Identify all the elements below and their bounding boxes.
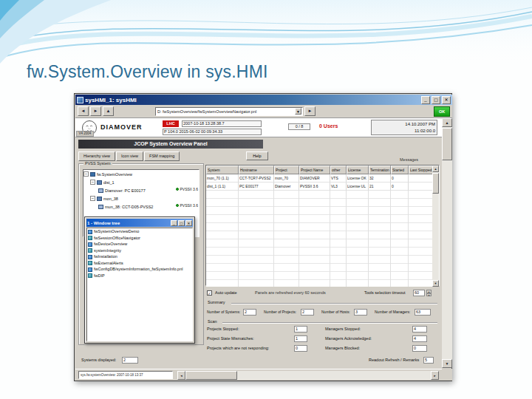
list-item[interactable]: fwInstallation — [87, 253, 192, 260]
list-item[interactable]: fwDeviceOverview — [87, 241, 192, 248]
tab-fsm-mapping[interactable]: FSM mapping — [144, 151, 180, 161]
help-button[interactable]: Help — [246, 151, 268, 160]
timeout-label: Tools selection timeout — [364, 290, 406, 296]
tree-row[interactable]: − dist_1 — [83, 178, 199, 186]
scan-value-field: 4 — [412, 326, 427, 332]
window-tree-title: 1 - Window tree — [87, 221, 170, 225]
scrollbar-thumb[interactable] — [432, 173, 439, 194]
column-header[interactable]: Last Stopped — [409, 166, 434, 174]
go-button[interactable]: ► — [304, 106, 316, 116]
version-tag: V4 2004 — [76, 131, 94, 137]
tree-row[interactable]: mun_38: CCT-D05-PVSS2 PVSSII 3.6 — [83, 202, 199, 211]
lhc-badge: LHC — [163, 120, 179, 127]
table-cell: PVSSII 3.6 — [299, 183, 330, 191]
panel-icon — [88, 236, 92, 240]
tab-icon-view[interactable]: Icon view — [116, 151, 143, 161]
status-info: sys.fw.systemOverview: 2007-10-18 13:37 — [78, 371, 173, 379]
table-row[interactable]: dist_1 (1.1) PC E00177 Diamover PVSSII 3… — [206, 183, 434, 191]
expander-icon[interactable]: − — [90, 180, 95, 185]
popup-maximize-button[interactable]: ▢ — [178, 220, 185, 226]
host-icon — [98, 188, 103, 193]
tree-row[interactable]: − mon_38 — [83, 194, 199, 202]
column-header[interactable]: License — [347, 166, 369, 174]
table-cell: 0 — [391, 174, 409, 183]
list-item[interactable]: fwSystemOverviewDemo — [87, 228, 192, 235]
maximize-button[interactable]: ▢ — [432, 96, 440, 104]
table-scrollbar[interactable]: ▲ ▼ — [432, 166, 439, 287]
table-cell: 0 — [391, 183, 409, 191]
scan-separator — [222, 322, 437, 323]
expander-icon[interactable]: − — [90, 196, 95, 201]
table-empty-area — [206, 191, 434, 287]
panel-icon — [88, 261, 92, 265]
close-button[interactable]: ✕ — [442, 96, 451, 104]
timeout-spinner[interactable]: ▲ ▼ — [426, 290, 432, 296]
window-titlebar[interactable]: sysHMI_1: sysHMI _ ▢ ✕ — [75, 95, 452, 105]
table-cell: VTS — [330, 174, 347, 183]
tree-row[interactable]: − fw.SystemOverview — [83, 170, 199, 178]
column-header[interactable]: Started — [391, 166, 409, 174]
summary-label: Summary — [208, 299, 225, 306]
expander-icon[interactable]: − — [83, 171, 89, 177]
window-tree-titlebar[interactable]: 1 - Window tree _ ▢ ✕ — [86, 219, 193, 227]
list-item-label: fwDeviceOverview — [94, 242, 127, 247]
list-item[interactable]: fwDIP — [87, 273, 192, 279]
readout-refresh-field[interactable]: 5 — [423, 357, 434, 364]
systems-displayed-label: Systems displayed: — [81, 357, 116, 364]
auto-update-checkbox[interactable]: ✓ — [207, 290, 212, 296]
list-item[interactable]: fwExternalAlerts — [87, 260, 192, 267]
scrollbar-thumb[interactable] — [185, 371, 237, 380]
spin-down-icon[interactable]: ▼ — [426, 293, 432, 297]
dropdown-icon[interactable]: ▼ — [295, 108, 301, 115]
summary-hosts-field: 3 — [354, 309, 367, 316]
scroll-down-icon[interactable]: ▼ — [432, 280, 439, 287]
column-header[interactable]: Project — [274, 166, 299, 174]
scrollbar-thumb[interactable] — [442, 128, 452, 160]
host-icon — [98, 205, 103, 209]
window-tree-list: fwSystemOverviewDemo fwSessionOfficeNavi… — [86, 228, 193, 341]
users-count: 0 Users — [319, 123, 338, 129]
table-cell: 21 — [369, 183, 391, 191]
scroll-up-icon[interactable]: ▲ — [432, 166, 439, 172]
back-icon: ◄ — [81, 109, 86, 113]
forward-button[interactable]: ► — [90, 106, 101, 116]
timeout-field[interactable]: 60 — [413, 290, 425, 296]
column-header[interactable]: other — [330, 166, 347, 174]
scroll-down-icon[interactable]: ▼ — [442, 359, 452, 368]
scan-item-label: Managers Stopped: — [325, 326, 361, 332]
table-row[interactable]: mon_70 (1.1) CCT-TCR7-PVSS2 mon_70 DIAMO… — [206, 174, 434, 183]
back-button[interactable]: ◄ — [78, 106, 89, 116]
scan-value-field: 1 — [294, 326, 307, 332]
version-label: PVSSII 3.6 — [176, 203, 198, 208]
column-header[interactable]: System — [206, 166, 239, 174]
horizontal-scrollbar[interactable]: ◄ ► — [177, 371, 439, 380]
column-header[interactable]: Termination — [369, 166, 391, 174]
header-strip: DIAMOVER LHC 2007-10-18 13:28:38.7 P 104… — [75, 118, 442, 137]
table-grid: System Hostname Project Project Name oth… — [206, 166, 434, 287]
vertical-scrollbar[interactable]: ▲ ▼ — [442, 118, 452, 368]
list-item[interactable]: fwConfigDB/systemInformation_fwSystemInf… — [87, 266, 192, 273]
tree-row[interactable]: Diamover: PC E00177 PVSSII 3.6 — [83, 186, 199, 194]
list-item[interactable]: fwSessionOfficeNavigator — [87, 235, 192, 242]
scan-value-field: 0 — [294, 345, 307, 352]
scroll-up-icon[interactable]: ▲ — [442, 118, 452, 127]
tab-hierarchy-view[interactable]: Hierarchy view — [78, 151, 115, 161]
scan-item-label: Managers Blocked: — [325, 345, 360, 352]
scroll-left-icon[interactable]: ◄ — [177, 371, 185, 380]
panel-header: JCOP System Overview Panel — [78, 140, 263, 149]
minimize-button[interactable]: _ — [421, 96, 430, 104]
up-button[interactable]: ▲ — [103, 106, 114, 116]
address-combo[interactable]: D: fwSystemOverview/fwSystemOverviewNavi… — [155, 107, 303, 116]
popup-close-button[interactable]: ✕ — [185, 220, 192, 226]
table-cell: mon_70 (1.1) — [206, 174, 239, 183]
table-cell: dist_1 (1.1) — [206, 183, 239, 191]
tree-node-label: dist_1 — [103, 180, 115, 185]
scroll-right-icon[interactable]: ► — [431, 371, 439, 380]
up-icon: ▲ — [106, 109, 111, 113]
list-item[interactable]: systemIntegrity — [87, 248, 192, 254]
column-header[interactable]: Project Name — [299, 166, 330, 174]
status-dot — [176, 204, 179, 207]
popup-minimize-button[interactable]: _ — [171, 220, 177, 226]
panel-icon — [88, 248, 92, 253]
column-header[interactable]: Hostname — [239, 166, 274, 174]
